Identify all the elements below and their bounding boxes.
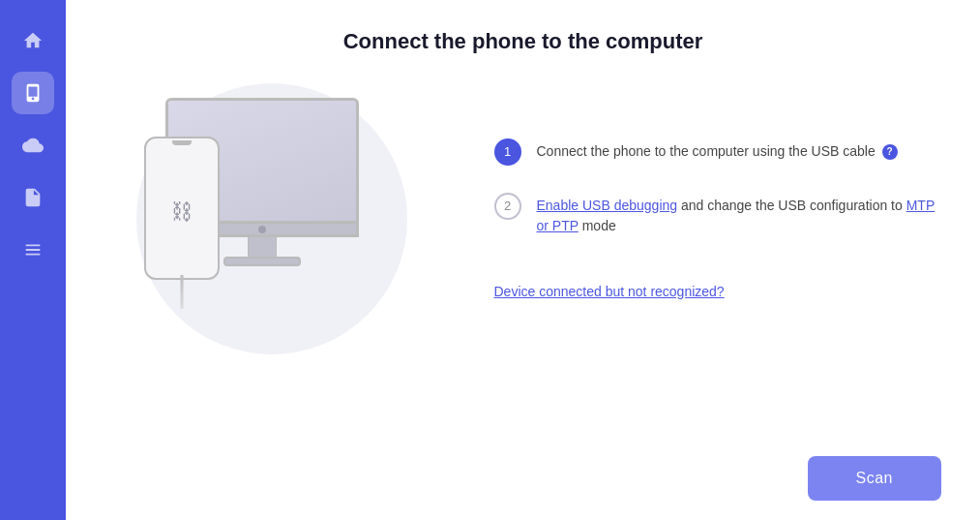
instructions: 1 Connect the phone to the computer usin… — [494, 138, 939, 300]
step-1: 1 Connect the phone to the computer usin… — [494, 138, 939, 166]
step-2-connector: 2 — [494, 193, 521, 220]
phone-link-icon: ⛓ — [171, 199, 193, 225]
step-1-number: 1 — [494, 138, 521, 166]
step-1-description: Connect the phone to the computer using … — [537, 143, 876, 159]
phone-illustration: ⛓ — [144, 137, 220, 280]
monitor-stand-neck — [248, 237, 277, 257]
main-content: Connect the phone to the computer — [66, 0, 980, 520]
step-1-connector: 1 — [494, 138, 521, 166]
sidebar — [0, 0, 66, 520]
step-1-text: Connect the phone to the computer using … — [537, 138, 898, 162]
page-title: Connect the phone to the computer — [343, 29, 703, 54]
step-2-number: 2 — [494, 193, 521, 220]
monitor-stand-base — [223, 257, 301, 266]
sidebar-item-file[interactable] — [12, 176, 54, 219]
device-link-wrap: Device connected but not recognized? — [494, 283, 939, 300]
home-icon — [22, 30, 44, 51]
step-2-end-text: mode — [582, 218, 616, 233]
enable-usb-debugging-link[interactable]: Enable USB debugging — [537, 198, 678, 213]
sidebar-item-home[interactable] — [12, 19, 54, 62]
tools-icon — [22, 239, 44, 260]
scan-button-wrap: Scan — [808, 456, 941, 501]
step-2: 2 Enable USB debugging and change the US… — [494, 193, 939, 236]
sidebar-item-tools[interactable] — [12, 229, 54, 271]
help-icon[interactable]: ? — [882, 144, 898, 160]
phone-cable — [180, 275, 183, 309]
file-icon — [22, 187, 44, 208]
phone-screen: ⛓ — [146, 145, 218, 278]
sidebar-item-cloud[interactable] — [12, 124, 54, 167]
content-area: ⛓ 1 Connect the phone to the computer us… — [107, 83, 939, 354]
scan-button[interactable]: Scan — [808, 456, 941, 501]
device-not-recognized-link[interactable]: Device connected but not recognized? — [494, 284, 725, 299]
step-2-text: Enable USB debugging and change the USB … — [537, 193, 939, 236]
sidebar-item-phone[interactable] — [12, 72, 54, 114]
illustration: ⛓ — [107, 83, 436, 354]
phone-icon — [22, 82, 44, 104]
cloud-icon — [22, 135, 44, 156]
phone-body: ⛓ — [144, 137, 220, 280]
monitor-dot — [258, 226, 266, 233]
step-2-mid-text: and change the USB configuration to — [681, 198, 906, 213]
